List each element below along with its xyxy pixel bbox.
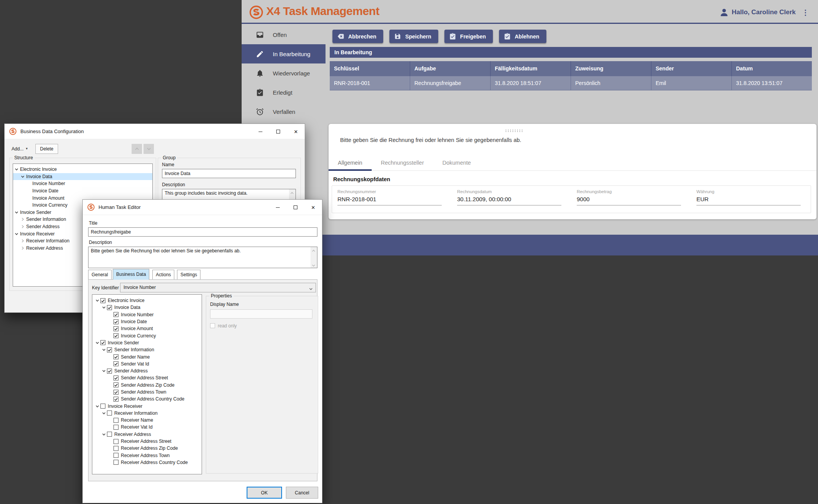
checked-checkbox[interactable] bbox=[114, 397, 119, 402]
checked-checkbox[interactable] bbox=[114, 312, 119, 317]
chevron-collapsed-icon[interactable] bbox=[20, 224, 25, 229]
unchecked-checkbox[interactable] bbox=[107, 432, 112, 437]
abbrechen-button[interactable]: Abbrechen bbox=[332, 30, 383, 43]
column-header[interactable]: Aufgabe bbox=[410, 61, 491, 76]
tab-rechnungssteller[interactable]: Rechnungssteller bbox=[372, 155, 433, 170]
tab-general[interactable]: General bbox=[88, 270, 112, 279]
move-up-button[interactable] bbox=[132, 144, 142, 154]
ok-button[interactable]: OK bbox=[247, 487, 282, 499]
checked-checkbox[interactable] bbox=[114, 319, 119, 324]
maximize-button[interactable] bbox=[269, 124, 287, 139]
checkbox-tree-item[interactable]: Invoice Data bbox=[92, 304, 202, 311]
checkbox-tree-item[interactable]: Receiver Address Zip Code bbox=[92, 445, 202, 452]
chevron-expanded-icon[interactable] bbox=[94, 404, 100, 409]
tree-item[interactable]: Invoice Number bbox=[13, 180, 152, 187]
checked-checkbox[interactable] bbox=[100, 298, 105, 303]
bdc-titlebar[interactable]: Business Data Configuration bbox=[5, 124, 305, 139]
chevron-expanded-icon[interactable] bbox=[101, 347, 107, 352]
tab-dokumente[interactable]: Dokumente bbox=[433, 155, 480, 170]
chevron-expanded-icon[interactable] bbox=[101, 305, 107, 310]
checked-checkbox[interactable] bbox=[107, 369, 112, 374]
checkbox-tree-item[interactable]: Receiver Name bbox=[92, 417, 202, 424]
checked-checkbox[interactable] bbox=[107, 305, 112, 310]
unchecked-checkbox[interactable] bbox=[114, 418, 119, 423]
scroll-up-icon[interactable] bbox=[311, 248, 316, 252]
scroll-up-icon[interactable] bbox=[290, 190, 294, 195]
close-button[interactable] bbox=[287, 124, 305, 139]
chevron-expanded-icon[interactable] bbox=[20, 174, 25, 179]
checkbox-tree-item[interactable]: Receiver Address Town bbox=[92, 452, 202, 459]
sidebar-item-offen[interactable]: Offen bbox=[242, 25, 326, 44]
chevron-expanded-icon[interactable] bbox=[14, 232, 19, 236]
chevron-collapsed-icon[interactable] bbox=[20, 239, 25, 243]
unchecked-checkbox[interactable] bbox=[114, 439, 119, 444]
checkbox-tree-item[interactable]: Sender Address bbox=[92, 367, 202, 374]
checkbox-tree-item[interactable]: Sender Address Town bbox=[92, 389, 202, 396]
checkbox-tree-item[interactable]: Receiver Address Street bbox=[92, 438, 202, 445]
checkbox-tree-item[interactable]: Sender Vat Id bbox=[92, 360, 202, 367]
cancel-button[interactable]: Cancel bbox=[286, 487, 318, 499]
unchecked-checkbox[interactable] bbox=[107, 411, 112, 416]
tree-item[interactable]: Invoice Data bbox=[13, 173, 152, 180]
tab-business-data[interactable]: Business Data bbox=[113, 269, 149, 280]
checkbox-tree-item[interactable]: Electronic Invoice bbox=[92, 297, 202, 304]
column-header[interactable]: Zuweisung bbox=[571, 61, 651, 76]
column-header[interactable]: Fälligkeitsdatum bbox=[491, 61, 571, 76]
drag-handle-icon[interactable] bbox=[505, 129, 523, 132]
checked-checkbox[interactable] bbox=[107, 347, 112, 352]
column-header[interactable]: Datum bbox=[732, 61, 812, 76]
checked-checkbox[interactable] bbox=[114, 326, 119, 331]
field-value[interactable]: 30.11.2009, 00:00:00 bbox=[457, 196, 561, 205]
column-header[interactable]: Sender bbox=[651, 61, 732, 76]
checkbox-tree-item[interactable]: Sender Address Zip Code bbox=[92, 382, 202, 389]
checkbox-tree-item[interactable]: Receiver Address Country Code bbox=[92, 459, 202, 466]
chevron-expanded-icon[interactable] bbox=[101, 432, 107, 437]
field-value[interactable]: 9000 bbox=[577, 196, 681, 205]
tree-item[interactable]: Electronic Invoice bbox=[13, 166, 152, 173]
checkbox-tree-item[interactable]: Invoice Number bbox=[92, 311, 202, 318]
display-name-input[interactable] bbox=[210, 309, 312, 319]
group-name-input[interactable] bbox=[162, 169, 296, 178]
chevron-expanded-icon[interactable] bbox=[101, 411, 107, 416]
checkbox-tree-item[interactable]: Sender Address Country Code bbox=[92, 396, 202, 402]
table-row[interactable]: RNR-2018-001Rechnungsfreigabe31.8.2020 1… bbox=[330, 76, 812, 90]
chevron-expanded-icon[interactable] bbox=[14, 210, 19, 215]
tree-item[interactable]: Invoice Date bbox=[13, 187, 152, 195]
checkbox-tree-item[interactable]: Invoice Receiver bbox=[92, 402, 202, 409]
checked-checkbox[interactable] bbox=[100, 340, 105, 345]
checkbox-tree-item[interactable]: Sender Address Street bbox=[92, 374, 202, 381]
sidebar-item-erledigt[interactable]: Erledigt bbox=[242, 83, 326, 102]
checked-checkbox[interactable] bbox=[114, 390, 119, 395]
checkbox-tree-item[interactable]: Invoice Currency bbox=[92, 332, 202, 339]
checkbox-tree-item[interactable]: Receiver Information bbox=[92, 410, 202, 417]
tab-settings[interactable]: Settings bbox=[177, 270, 200, 279]
field-value[interactable]: RNR-2018-001 bbox=[337, 196, 442, 205]
unchecked-checkbox[interactable] bbox=[114, 446, 119, 451]
unchecked-checkbox[interactable] bbox=[114, 453, 119, 458]
move-down-button[interactable] bbox=[144, 144, 154, 154]
freigeben-button[interactable]: Freigeben bbox=[444, 30, 493, 43]
checkbox-tree-item[interactable]: Sender Name bbox=[92, 353, 202, 360]
checked-checkbox[interactable] bbox=[114, 382, 119, 387]
task-description-input[interactable]: Bitte geben Sie die Rechnung frei oder l… bbox=[88, 247, 317, 268]
unchecked-checkbox[interactable] bbox=[100, 404, 105, 409]
hte-titlebar[interactable]: Human Task Editor bbox=[83, 200, 322, 215]
read-only-checkbox[interactable] bbox=[210, 323, 215, 328]
checked-checkbox[interactable] bbox=[114, 375, 119, 381]
unchecked-checkbox[interactable] bbox=[114, 460, 119, 465]
minimize-button[interactable] bbox=[269, 200, 287, 215]
checked-checkbox[interactable] bbox=[114, 354, 119, 359]
checkbox-tree-item[interactable]: Receiver Vat Id bbox=[92, 424, 202, 431]
chevron-expanded-icon[interactable] bbox=[94, 340, 100, 345]
chevron-collapsed-icon[interactable] bbox=[20, 246, 25, 250]
checkbox-tree-item[interactable]: Invoice Sender bbox=[92, 339, 202, 346]
unchecked-checkbox[interactable] bbox=[114, 425, 119, 430]
sidebar-item-wiedervorlage[interactable]: Wiedervorlage bbox=[242, 63, 326, 83]
chevron-expanded-icon[interactable] bbox=[14, 167, 19, 172]
tab-actions[interactable]: Actions bbox=[152, 270, 174, 279]
speichern-button[interactable]: Speichern bbox=[389, 30, 438, 43]
field-value[interactable]: EUR bbox=[696, 196, 801, 205]
checkbox-tree-item[interactable]: Invoice Date bbox=[92, 318, 202, 325]
chevron-collapsed-icon[interactable] bbox=[20, 217, 25, 222]
description-scrollbar[interactable] bbox=[311, 247, 317, 268]
